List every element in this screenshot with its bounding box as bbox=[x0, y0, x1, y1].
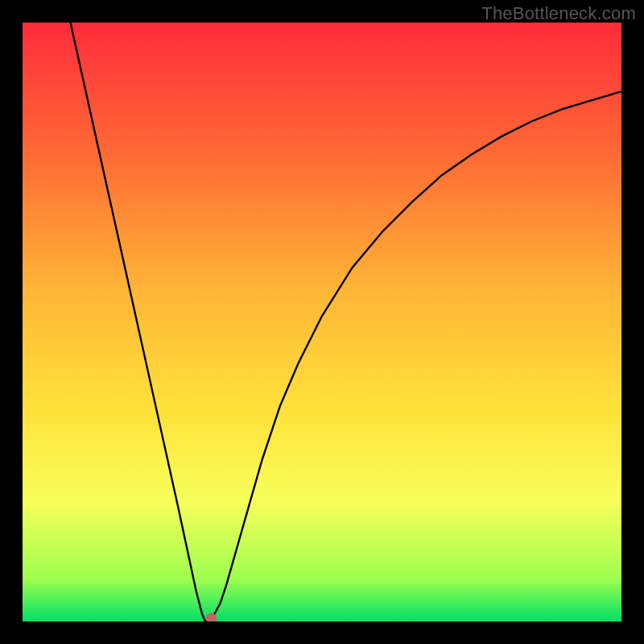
chart-frame: TheBottleneck.com bbox=[0, 0, 644, 644]
gradient-background bbox=[23, 23, 621, 621]
chart-svg bbox=[23, 23, 621, 621]
watermark-text: TheBottleneck.com bbox=[481, 3, 636, 24]
plot-area bbox=[23, 23, 621, 621]
